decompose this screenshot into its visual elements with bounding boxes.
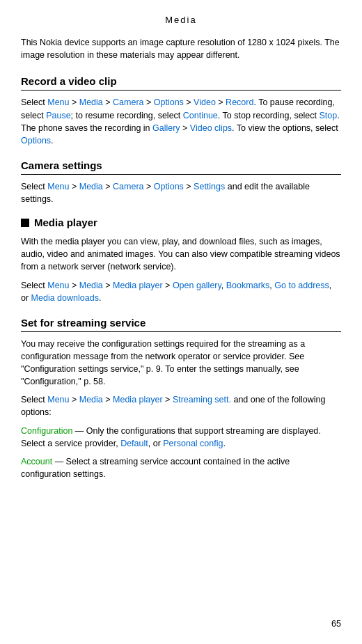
mp-menu-link: Menu [47, 281, 69, 290]
mp-bookmarks-link: Bookmarks [226, 281, 270, 290]
configuration-term: Configuration [21, 426, 72, 436]
camera-link: Camera [113, 97, 143, 107]
default-link: Default [120, 439, 148, 448]
section-heading-camera-settings: Camera settings [21, 158, 341, 175]
streaming-select: Select Menu > Media > Media player > Str… [21, 393, 341, 418]
mp-mediadownloads-link: Media downloads [31, 293, 99, 303]
options-link: Options [154, 97, 184, 107]
video-clips-link: Video clips [190, 123, 232, 133]
streaming-account-option: Account — Select a streaming service acc… [21, 455, 341, 480]
camera-settings-body: Select Menu > Media > Camera > Options >… [21, 180, 341, 205]
gallery-link: Gallery [152, 123, 180, 133]
mp-opengallery-link: Open gallery [173, 281, 221, 290]
cs-options-link: Options [154, 182, 184, 191]
ss-media-link: Media [79, 395, 103, 405]
cs-camera-link: Camera [113, 182, 143, 191]
section-media-player: Media player With the media player you c… [21, 215, 341, 304]
stop-link: Stop [320, 111, 338, 120]
personal-config-link: Personal config [163, 439, 223, 448]
media-link: Media [79, 97, 103, 107]
page-header: Media [21, 14, 341, 26]
cs-menu-link: Menu [47, 182, 69, 191]
section-record-video: Record a video clip Select Menu > Media … [21, 74, 341, 147]
video-link: Video [194, 97, 216, 107]
section-heading-record-video: Record a video clip [21, 74, 341, 91]
intro-text: This Nokia device supports an image capt… [21, 36, 341, 61]
cs-settings-link: Settings [194, 182, 225, 191]
ss-mediaplayer-link: Media player [113, 395, 163, 405]
streaming-desc: You may receive the configuration settin… [21, 338, 341, 388]
section-heading-streaming: Set for streaming service [21, 315, 341, 332]
pause-link: Pause [46, 111, 70, 120]
ss-menu-link: Menu [47, 395, 69, 405]
page-number: 65 [331, 618, 341, 631]
cs-media-link: Media [79, 182, 103, 191]
mp-media-link: Media [79, 281, 103, 290]
media-player-heading-text: Media player [34, 215, 97, 230]
mp-mediaplayer-link: Media player [113, 281, 163, 290]
account-term: Account [21, 457, 52, 466]
streaming-configuration-option: Configuration — Only the configurations … [21, 425, 341, 450]
section-heading-media-player: Media player [21, 215, 341, 230]
menu-link: Menu [47, 97, 69, 107]
record-link: Record [226, 97, 253, 107]
ss-streamingsett-link: Streaming sett. [173, 395, 231, 405]
options2-link: Options [21, 136, 51, 146]
record-video-body: Select Menu > Media > Camera > Options >… [21, 96, 341, 147]
continue-link: Continue [183, 111, 218, 120]
media-player-desc: With the media player you can view, play… [21, 235, 341, 273]
page-container: Media This Nokia device supports an imag… [0, 0, 362, 644]
section-streaming-service: Set for streaming service You may receiv… [21, 315, 341, 480]
mp-gotoaddress-link: Go to address [274, 281, 329, 290]
black-square-icon [21, 219, 29, 227]
media-player-select: Select Menu > Media > Media player > Ope… [21, 279, 341, 304]
section-camera-settings: Camera settings Select Menu > Media > Ca… [21, 158, 341, 205]
